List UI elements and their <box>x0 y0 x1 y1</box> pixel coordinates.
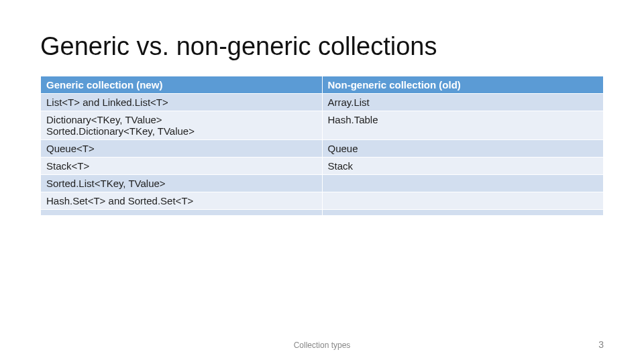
cell-generic: Stack<T> <box>41 158 323 175</box>
table-row <box>41 210 604 216</box>
table-row: Hash.Set<T> and Sorted.Set<T> <box>41 192 604 210</box>
comparison-table: Generic collection (new) Non-generic col… <box>40 76 604 216</box>
cell-generic <box>41 210 323 216</box>
cell-nongeneric <box>322 210 604 216</box>
footer-center: Collection types <box>294 341 351 350</box>
cell-generic: Sorted.List<TKey, TValue> <box>41 175 323 192</box>
slide: Generic vs. non-generic collections Gene… <box>0 0 644 362</box>
table-row: Sorted.List<TKey, TValue> <box>41 175 604 192</box>
cell-generic: Queue<T> <box>41 140 323 158</box>
cell-nongeneric: Array.List <box>322 94 604 111</box>
table-header-generic: Generic collection (new) <box>41 76 323 94</box>
cell-generic: Hash.Set<T> and Sorted.Set<T> <box>41 192 323 210</box>
cell-generic: Dictionary<TKey, TValue> Sorted.Dictiona… <box>41 111 323 140</box>
cell-nongeneric: Queue <box>322 140 604 158</box>
table-row: Dictionary<TKey, TValue> Sorted.Dictiona… <box>41 111 604 140</box>
cell-nongeneric: Stack <box>322 158 604 175</box>
cell-nongeneric: Hash.Table <box>322 111 604 140</box>
table-row: List<T> and Linked.List<T> Array.List <box>41 94 604 111</box>
cell-nongeneric <box>322 192 604 210</box>
slide-title: Generic vs. non-generic collections <box>40 32 604 61</box>
cell-nongeneric <box>322 175 604 192</box>
table-row: Queue<T> Queue <box>41 140 604 158</box>
table-header-row: Generic collection (new) Non-generic col… <box>41 76 604 94</box>
cell-generic: List<T> and Linked.List<T> <box>41 94 323 111</box>
slide-number: 3 <box>598 339 604 350</box>
table-row: Stack<T> Stack <box>41 158 604 175</box>
table-header-nongeneric: Non-generic collection (old) <box>322 76 604 94</box>
